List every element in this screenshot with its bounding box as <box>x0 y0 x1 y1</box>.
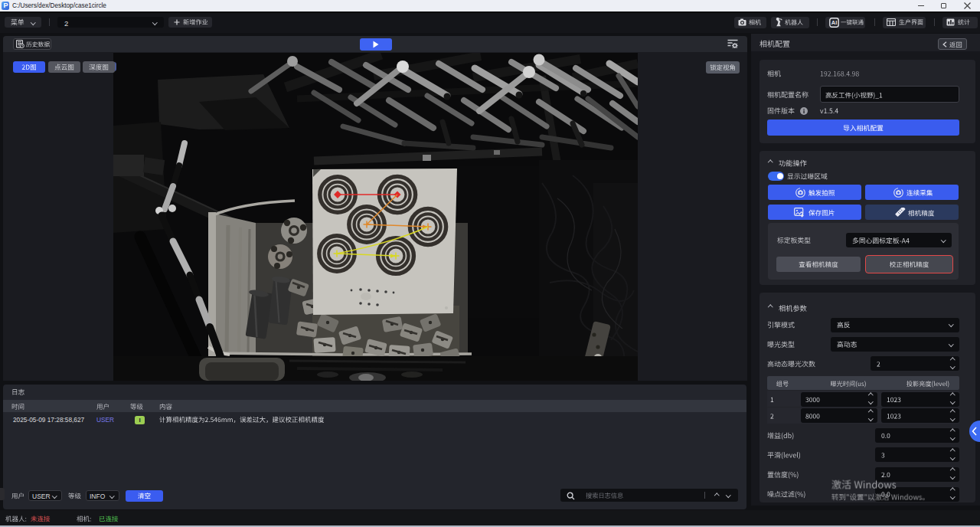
svg-text:AI: AI <box>831 19 838 26</box>
